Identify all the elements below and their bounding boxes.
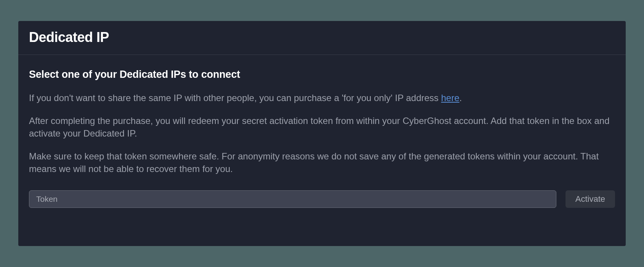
section-subtitle: Select one of your Dedicated IPs to conn… xyxy=(29,69,615,80)
description-block: If you don't want to share the same IP w… xyxy=(29,92,615,175)
activate-button[interactable]: Activate xyxy=(566,190,615,208)
description-paragraph-2: After completing the purchase, you will … xyxy=(29,115,615,140)
paragraph-text: If you don't want to share the same IP w… xyxy=(29,93,441,103)
page-title: Dedicated IP xyxy=(29,29,615,45)
description-paragraph-1: If you don't want to share the same IP w… xyxy=(29,92,615,104)
token-input[interactable] xyxy=(29,190,556,208)
description-paragraph-3: Make sure to keep that token somewhere s… xyxy=(29,150,615,175)
panel-header: Dedicated IP xyxy=(18,21,626,55)
purchase-link[interactable]: here xyxy=(441,93,460,103)
paragraph-text: . xyxy=(460,93,462,103)
token-form-row: Activate xyxy=(29,190,615,208)
panel-body: Select one of your Dedicated IPs to conn… xyxy=(18,55,626,219)
dedicated-ip-panel: Dedicated IP Select one of your Dedicate… xyxy=(18,21,626,246)
